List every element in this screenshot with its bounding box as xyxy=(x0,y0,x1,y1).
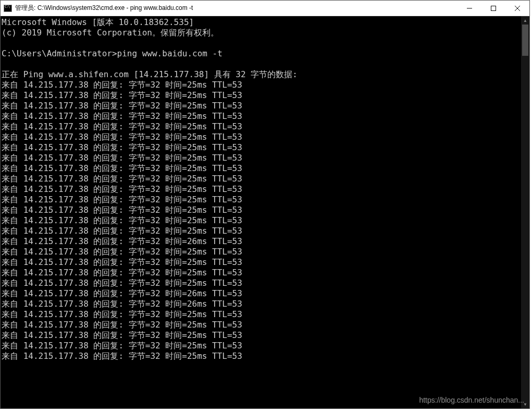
minimize-button[interactable] xyxy=(457,1,481,16)
console-area: Microsoft Windows [版本 10.0.18362.535] (c… xyxy=(1,16,529,408)
console-output[interactable]: Microsoft Windows [版本 10.0.18362.535] (c… xyxy=(1,16,521,408)
titlebar[interactable]: 管理员: C:\Windows\system32\cmd.exe - ping … xyxy=(1,1,529,16)
cmd-icon xyxy=(4,4,12,13)
close-icon xyxy=(515,6,520,11)
scroll-down-arrow-icon[interactable]: ▼ xyxy=(521,400,529,408)
window-title: 管理员: C:\Windows\system32\cmd.exe - ping … xyxy=(15,4,457,13)
vertical-scrollbar[interactable]: ▲ ▼ xyxy=(521,16,529,408)
cmd-window: 管理员: C:\Windows\system32\cmd.exe - ping … xyxy=(0,0,530,409)
scrollbar-thumb[interactable] xyxy=(522,25,528,56)
svg-rect-1 xyxy=(491,6,496,11)
maximize-button[interactable] xyxy=(481,1,505,16)
close-button[interactable] xyxy=(505,1,529,16)
maximize-icon xyxy=(491,6,496,11)
scroll-up-arrow-icon[interactable]: ▲ xyxy=(521,16,529,25)
window-controls xyxy=(457,1,529,16)
minimize-icon xyxy=(467,6,472,11)
